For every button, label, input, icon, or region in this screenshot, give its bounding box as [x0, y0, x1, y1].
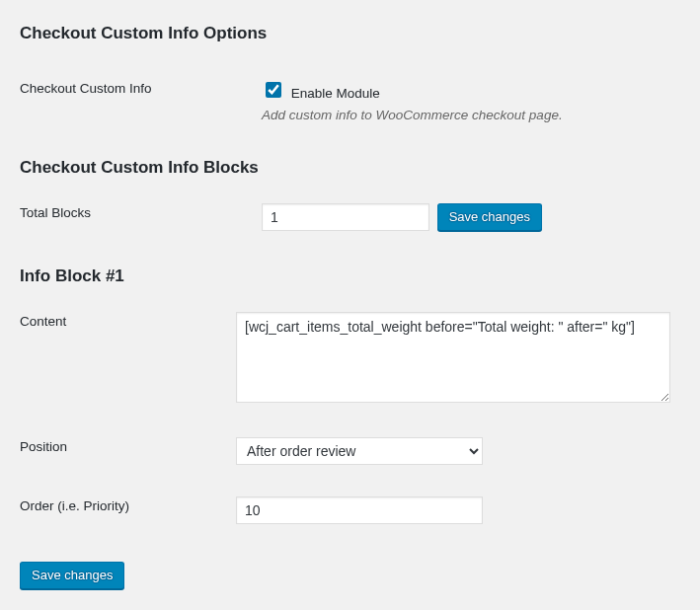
total-blocks-input[interactable]: [262, 203, 429, 231]
content-label: Content: [20, 304, 236, 429]
order-label: Order (i.e. Priority): [20, 489, 236, 548]
position-label: Position: [20, 429, 236, 489]
total-blocks-label: Total Blocks: [20, 195, 262, 255]
enable-module-description: Add custom info to WooCommerce checkout …: [262, 108, 670, 122]
enable-module-checkbox-label: Enable Module: [291, 86, 380, 101]
options-table: Checkout Custom Info Enable Module Add c…: [20, 71, 680, 146]
order-input[interactable]: [236, 496, 483, 524]
position-select[interactable]: After order review: [236, 437, 483, 465]
enable-module-checkbox[interactable]: [266, 82, 281, 98]
content-textarea[interactable]: [wcj_cart_items_total_weight before="Tot…: [236, 312, 670, 403]
save-changes-blocks-button[interactable]: Save changes: [437, 203, 542, 231]
enable-module-checkbox-wrap[interactable]: Enable Module: [262, 86, 380, 101]
save-changes-bottom-button[interactable]: Save changes: [20, 562, 124, 589]
section-heading-block1: Info Block #1: [20, 267, 680, 286]
section-heading-blocks: Checkout Custom Info Blocks: [20, 158, 680, 178]
block1-table: Content [wcj_cart_items_total_weight bef…: [20, 304, 680, 548]
section-heading-options: Checkout Custom Info Options: [20, 24, 680, 43]
blocks-table: Total Blocks Save changes: [20, 195, 680, 255]
enable-module-label: Checkout Custom Info: [20, 71, 262, 146]
